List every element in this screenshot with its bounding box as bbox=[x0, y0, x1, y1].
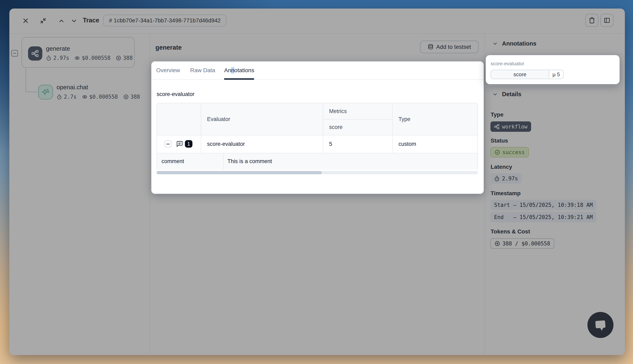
row-comment-button[interactable] bbox=[176, 140, 183, 148]
comment-count-cell: 1 bbox=[185, 140, 192, 148]
sidebar-divider bbox=[150, 34, 150, 355]
comment-icon bbox=[176, 140, 183, 148]
panel-layout-icon bbox=[604, 17, 610, 24]
section-divider bbox=[485, 86, 625, 86]
plus-circle-icon bbox=[123, 94, 129, 100]
topbar-divider bbox=[9, 33, 625, 34]
tree-connector bbox=[26, 68, 26, 92]
section-divider bbox=[485, 54, 625, 54]
trace-id-badge: # 1cbb70e7-34a1-7bb7-3498-771b7d46d942 bbox=[103, 15, 226, 26]
column-header-evaluator: Evaluator bbox=[207, 103, 230, 135]
annotations-section-header[interactable]: Annotations bbox=[492, 40, 536, 47]
comment-count-badge[interactable]: 1 bbox=[185, 140, 192, 148]
span-stats: 2.7s $0.000558 388 bbox=[56, 94, 140, 100]
timestamp-label: Timestamp bbox=[490, 190, 520, 197]
close-icon bbox=[22, 18, 29, 24]
row-select-cell bbox=[164, 140, 172, 148]
chat-bubble-icon bbox=[593, 317, 608, 333]
tab-annotations[interactable]: Annotations bbox=[224, 62, 254, 79]
row-checkbox-indeterminate[interactable] bbox=[164, 140, 172, 148]
minus-icon bbox=[13, 53, 16, 54]
timer-icon bbox=[56, 94, 62, 100]
text-selection: n bbox=[231, 67, 234, 74]
column-header-metrics: Metrics bbox=[329, 103, 347, 119]
sparkles-icon bbox=[42, 88, 50, 96]
workflow-icon bbox=[494, 124, 500, 130]
annotation-evaluator-label: score-evaluator bbox=[490, 61, 524, 66]
tab-raw-data[interactable]: Raw Data bbox=[190, 62, 215, 79]
details-section-header[interactable]: Details bbox=[492, 91, 521, 98]
database-icon bbox=[428, 44, 434, 50]
column-header-type: Type bbox=[398, 103, 410, 135]
coins-icon bbox=[82, 94, 88, 100]
collapse-button[interactable] bbox=[39, 17, 47, 25]
span-duration: 2.97s bbox=[46, 55, 69, 61]
comment-value-cell: This is a comment bbox=[228, 153, 272, 170]
minimize-icon bbox=[40, 17, 46, 24]
status-badge: success bbox=[490, 147, 529, 158]
table-grid-line bbox=[392, 103, 393, 153]
plus-circle-icon bbox=[494, 241, 500, 246]
status-label: Status bbox=[490, 138, 508, 144]
plus-circle-icon bbox=[116, 55, 121, 61]
span-tokens: 388 bbox=[123, 94, 140, 100]
cell-score: 5 bbox=[329, 135, 332, 153]
support-chat-button[interactable] bbox=[588, 312, 614, 338]
metric-mean-badge: μ 5 bbox=[549, 70, 563, 79]
table-grid-line bbox=[157, 153, 478, 153]
coins-icon bbox=[74, 55, 80, 61]
timer-icon bbox=[494, 176, 500, 182]
span-cost: $0.000558 bbox=[82, 94, 118, 100]
cell-type: custom bbox=[398, 135, 416, 153]
timestamp-end-chip: End — 15/05/2025, 10:39:21 AM bbox=[490, 212, 596, 222]
span-stats: 2.97s $0.000558 388 bbox=[46, 55, 132, 61]
type-chip: workflow bbox=[490, 122, 531, 132]
annotation-score-card: score-evaluator score μ 5 bbox=[486, 55, 620, 84]
tab-overview[interactable]: Overview bbox=[156, 62, 180, 79]
cell-evaluator: score-evaluator bbox=[207, 135, 245, 153]
delete-trace-button[interactable] bbox=[586, 14, 598, 27]
close-button[interactable] bbox=[22, 17, 30, 25]
next-span-button[interactable] bbox=[70, 18, 78, 24]
tokens-cost-chip: 388 / $0.000558 bbox=[490, 238, 554, 249]
horizontal-scrollbar bbox=[156, 171, 478, 174]
tree-collapse-toggle[interactable] bbox=[12, 50, 18, 56]
scrollbar-thumb[interactable] bbox=[156, 171, 322, 174]
tree-connector bbox=[26, 92, 38, 92]
workflow-span-icon bbox=[28, 46, 42, 60]
annotations-table: Evaluator Metrics score Type 1 score-eva… bbox=[156, 103, 478, 170]
span-detail-panel: Overview Raw Data Annotations score-eval… bbox=[151, 62, 484, 194]
toggle-side-panel-button[interactable] bbox=[600, 14, 614, 27]
prev-span-button[interactable] bbox=[57, 18, 66, 24]
chevron-down-icon bbox=[492, 41, 498, 46]
trace-modal: Trace # 1cbb70e7-34a1-7bb7-3498-771b7d46… bbox=[9, 8, 625, 355]
metric-name[interactable]: score bbox=[491, 70, 549, 79]
span-tokens: 388 bbox=[116, 55, 132, 61]
evaluator-section-title: score-evaluator bbox=[156, 91, 194, 98]
add-to-testset-button[interactable]: Add to testset bbox=[420, 41, 478, 53]
page-title: generate bbox=[156, 44, 182, 51]
timer-icon bbox=[46, 55, 52, 61]
span-cost: $0.000558 bbox=[74, 55, 110, 61]
table-grid-line bbox=[323, 103, 323, 153]
llm-span-icon[interactable] bbox=[38, 85, 53, 100]
comment-row-bg bbox=[157, 153, 478, 170]
tab-bar: Overview Raw Data Annotations bbox=[151, 62, 484, 80]
span-duration: 2.7s bbox=[56, 94, 77, 100]
chevron-up-icon bbox=[58, 18, 65, 24]
column-subheader-score: score bbox=[329, 119, 342, 135]
chevron-down-icon bbox=[70, 18, 78, 24]
metric-score-control[interactable]: score μ 5 bbox=[490, 70, 564, 79]
span-name[interactable]: openai.chat bbox=[56, 84, 88, 91]
latency-label: Latency bbox=[490, 164, 512, 170]
active-tab-indicator bbox=[224, 78, 254, 80]
trace-title: Trace bbox=[83, 17, 99, 24]
trash-icon bbox=[589, 17, 595, 24]
right-panel-divider bbox=[484, 34, 485, 355]
table-header-bg bbox=[157, 103, 478, 135]
table-grid-line bbox=[157, 135, 478, 136]
table-grid-line bbox=[201, 103, 201, 153]
timestamp-start-chip: Start — 15/05/2025, 10:39:18 AM bbox=[490, 200, 596, 210]
type-label: Type bbox=[490, 112, 504, 118]
chevron-down-icon bbox=[492, 92, 498, 97]
